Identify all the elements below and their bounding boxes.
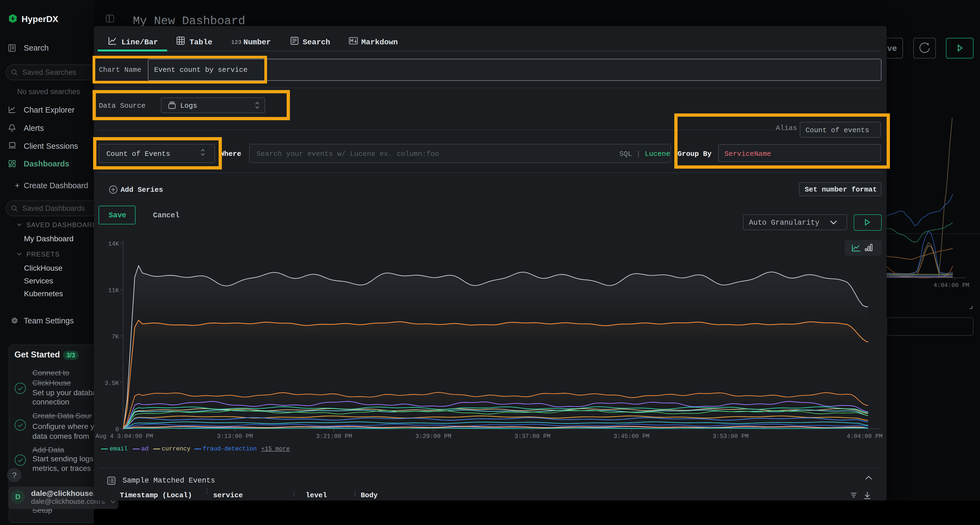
svg-text:7K: 7K: [112, 333, 119, 340]
svg-text:3:53:00 PM: 3:53:00 PM: [713, 433, 749, 440]
svg-text:3:37:00 PM: 3:37:00 PM: [514, 433, 550, 440]
svg-text:3:45:00 PM: 3:45:00 PM: [614, 433, 649, 440]
svg-text:3:29:00 PM: 3:29:00 PM: [415, 433, 451, 440]
svg-text:Aug 4 3:04:00 PM: Aug 4 3:04:00 PM: [95, 433, 153, 440]
svg-text:14K: 14K: [108, 241, 119, 247]
svg-text:4:04:00 PM: 4:04:00 PM: [846, 433, 883, 440]
svg-text:0: 0: [115, 426, 119, 433]
svg-text:11K: 11K: [108, 287, 119, 294]
svg-text:3:13:00 PM: 3:13:00 PM: [217, 433, 253, 440]
svg-text:3:21:00 PM: 3:21:00 PM: [316, 433, 352, 440]
svg-text:3.5K: 3.5K: [105, 380, 119, 387]
